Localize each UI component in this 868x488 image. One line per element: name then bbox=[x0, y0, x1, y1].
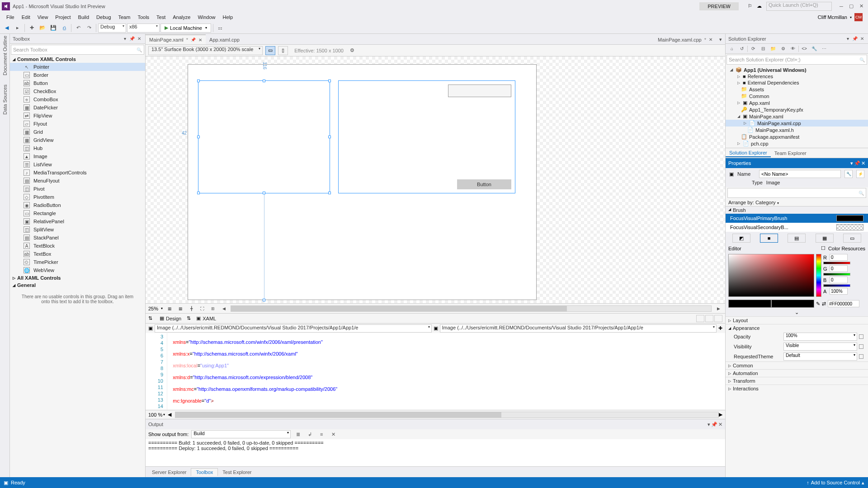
wrap-button[interactable]: ↲ bbox=[305, 430, 314, 438]
sol-root[interactable]: ◢📦App1 (Universal Windows) bbox=[726, 66, 868, 73]
pin-icon[interactable]: 📌 bbox=[711, 422, 717, 427]
menu-edit[interactable]: Edit bbox=[18, 14, 34, 21]
toolbox-item-hub[interactable]: ◫Hub bbox=[10, 144, 145, 152]
toolbox-item-combobox[interactable]: ⎆ComboBox bbox=[10, 95, 145, 103]
pin-icon[interactable]: 📌 bbox=[191, 38, 196, 42]
toolbox-item-gridview[interactable]: ▦GridView bbox=[10, 136, 145, 144]
tab-server-explorer[interactable]: Server Explorer bbox=[147, 469, 191, 476]
toolbox-item-datepicker[interactable]: ▦DatePicker bbox=[10, 103, 145, 112]
prop-name-input[interactable] bbox=[759, 170, 841, 178]
hue-slider[interactable] bbox=[816, 254, 821, 297]
close-button[interactable]: ✕ bbox=[856, 2, 866, 11]
sol-appxaml[interactable]: ▷▣App.xaml bbox=[726, 99, 868, 106]
section-appearance[interactable]: ◢Appearance bbox=[726, 324, 868, 332]
menu-window[interactable]: Window bbox=[194, 14, 219, 21]
section-interactions[interactable]: ▷Interactions bbox=[726, 385, 868, 392]
quick-launch-input[interactable]: Quick Launch (Ctrl+Q) bbox=[766, 2, 832, 11]
group-all-xaml[interactable]: ▷All XAML Controls bbox=[10, 274, 145, 282]
landscape-button[interactable]: ▭ bbox=[265, 46, 275, 55]
code-editor[interactable]: 34567891011121314 xmlns="http://schemas.… bbox=[146, 333, 725, 410]
toolbox-item-listview[interactable]: ☰ListView bbox=[10, 160, 145, 169]
tabs-overflow-button[interactable]: ▾ bbox=[716, 34, 725, 44]
menu-file[interactable]: File bbox=[3, 14, 18, 21]
tab-team-explorer[interactable]: Team Explorer bbox=[771, 150, 810, 157]
refresh-icon[interactable]: ⟳ bbox=[749, 45, 758, 53]
properties-search[interactable] bbox=[727, 188, 866, 198]
pin-icon[interactable]: 📌 bbox=[854, 160, 860, 166]
sol-common[interactable]: 📁Common bbox=[726, 93, 868, 99]
open-button[interactable]: 📂 bbox=[38, 23, 47, 33]
section-layout[interactable]: ▷Layout bbox=[726, 316, 868, 324]
close-icon[interactable]: ✕ bbox=[198, 38, 202, 42]
pin-icon[interactable]: 📌 bbox=[852, 36, 858, 42]
menu-project[interactable]: Project bbox=[52, 14, 74, 21]
menu-tools[interactable]: Tools bbox=[134, 14, 153, 21]
clear-button[interactable]: ≣ bbox=[293, 430, 302, 438]
b-input[interactable] bbox=[830, 277, 848, 283]
publish-icon[interactable]: ↑ bbox=[807, 480, 809, 485]
split-icon[interactable]: ✚ bbox=[718, 325, 722, 331]
designer-hscroll[interactable] bbox=[231, 305, 712, 312]
toolbox-item-checkbox[interactable]: ☑CheckBox bbox=[10, 87, 145, 95]
scroll-right[interactable]: ▶ bbox=[719, 412, 722, 418]
new-button[interactable]: ✚ bbox=[27, 23, 37, 33]
combobox-control[interactable] bbox=[448, 84, 511, 97]
dropdown-icon[interactable]: ▾ bbox=[850, 160, 853, 166]
toolbox-item-grid[interactable]: ▦Grid bbox=[10, 128, 145, 136]
scroll-left[interactable]: ◀ bbox=[168, 412, 171, 418]
undo-button[interactable]: ↶ bbox=[73, 23, 83, 33]
zoom-percent[interactable]: 100 % bbox=[148, 412, 162, 418]
group-common-xaml[interactable]: ◢Common XAML Controls bbox=[10, 56, 145, 63]
dropdown-icon[interactable]: ▾ bbox=[844, 36, 851, 42]
toolbox-item-flyout[interactable]: ▱Flyout bbox=[10, 120, 145, 128]
brush-primary[interactable]: FocusVisualPrimaryBrush bbox=[726, 214, 868, 223]
device-combo[interactable]: 13.5" Surface Book (3000 x 2000) 200% sc… bbox=[148, 46, 263, 55]
tab-design[interactable]: ▦ Design bbox=[155, 314, 186, 322]
scroll-right[interactable]: ▶ bbox=[714, 305, 722, 313]
close-icon[interactable]: ✕ bbox=[859, 36, 865, 42]
breadcrumb-left[interactable]: Image (../../Users/ericmitt.REDMOND/Docu… bbox=[155, 324, 432, 333]
sol-external[interactable]: ▷■External Dependencies bbox=[726, 80, 868, 86]
clear-all-button[interactable]: ✕ bbox=[329, 430, 338, 438]
menu-help[interactable]: Help bbox=[219, 14, 237, 21]
sol-assets[interactable]: 📁Assets bbox=[726, 86, 868, 93]
menu-team[interactable]: Team bbox=[115, 14, 134, 21]
tool-button[interactable]: ⚏ bbox=[215, 23, 225, 33]
grid-icon[interactable]: ▦ bbox=[165, 305, 174, 313]
section-common[interactable]: ▷Common bbox=[726, 361, 868, 369]
toolbox-item-textbox[interactable]: abTextBox bbox=[10, 250, 145, 258]
sol-mainpage-cpp[interactable]: ▷📄MainPage.xaml.cpp bbox=[726, 120, 868, 127]
artboard[interactable]: Button bbox=[188, 65, 536, 300]
portrait-button[interactable]: ▯ bbox=[278, 46, 288, 55]
solution-search[interactable]: Search Solution Explorer (Ctrl+;) bbox=[726, 55, 867, 65]
sol-manifest[interactable]: 📋Package.appxmanifest bbox=[726, 133, 868, 140]
source-control-button[interactable]: Add to Source Control bbox=[811, 480, 860, 485]
gear-icon[interactable]: ⚙ bbox=[350, 47, 354, 53]
menu-test[interactable]: Test bbox=[153, 14, 169, 21]
pin-icon[interactable]: 📌 bbox=[129, 36, 135, 42]
brush-solid[interactable]: ■ bbox=[760, 234, 778, 243]
save-button[interactable]: 💾 bbox=[48, 23, 58, 33]
toolbox-item-pivotitem[interactable]: ◇PivotItem bbox=[10, 193, 145, 201]
toolbox-search[interactable]: Search Toolbox bbox=[11, 45, 144, 55]
toolbox-item-relativepanel[interactable]: ▣RelativePanel bbox=[10, 217, 145, 225]
properties-icon[interactable]: ⚙ bbox=[778, 45, 788, 53]
rail-data-sources[interactable]: Data Sources bbox=[2, 84, 8, 115]
snaplines-icon[interactable]: ╋ bbox=[187, 305, 195, 313]
saturation-picker[interactable] bbox=[728, 254, 814, 297]
close-icon[interactable]: ✕ bbox=[709, 37, 712, 42]
toolbox-item-media[interactable]: ♪MediaTransportControls bbox=[10, 169, 145, 177]
sol-mainpage-h[interactable]: 📄MainPage.xaml.h bbox=[726, 127, 868, 133]
save-all-button[interactable]: ⎙ bbox=[59, 23, 69, 33]
snap-icon[interactable]: ▦ bbox=[176, 305, 184, 313]
code-icon[interactable]: <> bbox=[800, 45, 809, 53]
output-source-combo[interactable]: Build bbox=[191, 430, 291, 438]
tab-mainpage-cpp[interactable]: MainPage.xaml.cpp*✕ bbox=[654, 34, 716, 44]
r-input[interactable] bbox=[830, 254, 848, 261]
wrench-icon[interactable]: 🔧 bbox=[810, 45, 819, 53]
visibility-combo[interactable]: Visible bbox=[783, 343, 857, 351]
toggle-button[interactable]: ≡ bbox=[317, 430, 326, 438]
back-icon[interactable]: ↺ bbox=[737, 45, 746, 53]
collapse-button[interactable] bbox=[714, 315, 722, 322]
dropdown-icon[interactable]: ▾ bbox=[122, 36, 128, 42]
